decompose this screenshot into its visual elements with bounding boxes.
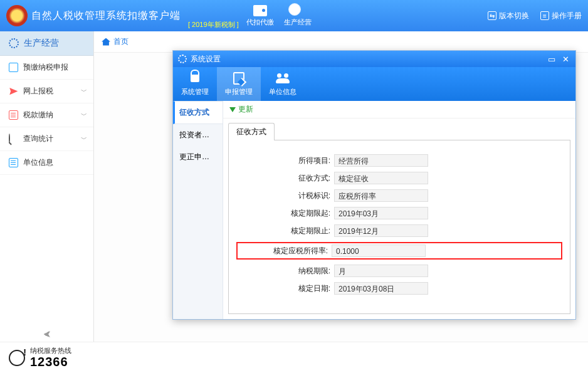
value-period-from: 2019年03月 — [334, 207, 428, 219]
business-button[interactable]: 生产经营 — [284, 5, 312, 27]
breadcrumb: 首页 — [94, 31, 588, 53]
dialog-toolbar: 更新 — [223, 101, 575, 118]
sidebar-item-online-tax[interactable]: 网上报税 ﹀ — [0, 80, 93, 103]
value-income-item: 经营所得 — [334, 154, 428, 167]
dialog-tab-bar: 系统管理 申报管理 单位信息 — [173, 67, 575, 101]
close-button[interactable]: ✕ — [560, 55, 570, 64]
app-logo-emblem — [6, 5, 28, 26]
sidebar-section-label: 生产经营 — [24, 38, 59, 49]
sidebar-item-label: 网上报税 — [23, 86, 53, 97]
label-tax-flag: 计税标识: — [240, 191, 334, 201]
label-levy-method: 征收方式: — [240, 173, 334, 184]
value-pay-period: 月 — [334, 265, 428, 277]
highlighted-row-assess-rate: 核定应税所得率: 0.1000 — [236, 242, 562, 260]
search-icon — [9, 134, 10, 144]
sidebar-item-label: 查询统计 — [23, 134, 53, 144]
system-settings-dialog: 系统设置 ▭ ✕ 系统管理 申报管理 单位信息 — [172, 50, 576, 320]
sidebar-item-label: 单位信息 — [23, 157, 53, 168]
side-item-investor[interactable]: 投资者信息 — [173, 124, 223, 146]
tab-system-management[interactable]: 系统管理 — [173, 67, 217, 101]
sidebar-item-unit-info[interactable]: 单位信息 — [0, 151, 93, 175]
inner-tab-levy-method[interactable]: 征收方式 — [228, 123, 275, 140]
paper-plane-icon — [9, 87, 18, 96]
form-edit-icon — [233, 72, 244, 85]
value-period-to: 2019年12月 — [334, 224, 428, 237]
app-header: 自然人税收管理系统扣缴客户端 [ 2019年新税制 ] 代扣代缴 生产经营 ⇆ … — [0, 0, 588, 31]
people-icon — [276, 73, 290, 83]
tab-unit-info[interactable]: 单位信息 — [261, 67, 305, 101]
hotline-number: 12366 — [30, 355, 71, 369]
sidebar-item-label: 税款缴纳 — [23, 110, 53, 120]
manual-link[interactable]: ≡ 操作手册 — [540, 11, 582, 21]
chevron-down-icon: ﹀ — [81, 111, 87, 120]
version-switch-link[interactable]: ⇆ 版本切换 — [488, 11, 529, 21]
tab-declaration-management[interactable]: 申报管理 — [217, 67, 261, 101]
value-assess-rate: 0.1000 — [332, 244, 426, 257]
chevron-down-icon: ﹀ — [81, 87, 87, 96]
breadcrumb-home[interactable]: 首页 — [113, 36, 129, 47]
tab-label: 申报管理 — [225, 87, 253, 97]
lock-icon — [191, 75, 199, 82]
gear-icon — [9, 38, 19, 48]
refresh-button[interactable]: 更新 — [238, 104, 253, 115]
tab-label: 系统管理 — [181, 87, 209, 97]
maximize-button[interactable]: ▭ — [547, 55, 557, 64]
document-icon — [9, 63, 18, 72]
version-switch-label: 版本切换 — [499, 11, 529, 21]
tab-label: 单位信息 — [269, 87, 297, 97]
home-icon — [102, 38, 110, 46]
swap-icon: ⇆ — [488, 11, 496, 20]
side-item-levy-method[interactable]: 征收方式 — [173, 101, 223, 124]
withholding-label: 代扣代缴 — [246, 18, 274, 27]
label-assess-rate: 核定应税所得率: — [238, 246, 332, 256]
sidebar: 生产经营 预缴纳税申报 网上报税 ﹀ 税款缴纳 ﹀ 查询统计 ﹀ 单位信息 ⮜ — [0, 31, 94, 342]
label-period-to: 核定期限止: — [240, 226, 334, 236]
content-area: 首页 系统设置 ▭ ✕ 系统管理 申报管理 — [94, 31, 588, 342]
detail-icon — [9, 158, 18, 167]
label-pay-period: 纳税期限: — [240, 266, 334, 276]
wallet-icon — [253, 5, 267, 16]
gear-icon — [178, 55, 187, 63]
sidebar-item-label: 预缴纳税申报 — [23, 62, 68, 73]
value-tax-flag: 应税所得率 — [334, 189, 428, 202]
sidebar-collapse-button[interactable]: ⮜ — [0, 328, 93, 342]
label-assess-date: 核定日期: — [240, 283, 334, 294]
app-title: 自然人税收管理系统扣缴客户端 — [31, 9, 181, 23]
footer: 纳税服务热线 12366 — [0, 342, 588, 373]
value-levy-method: 核定征收 — [334, 172, 428, 184]
value-assess-date: 2019年03月08日 — [334, 282, 428, 295]
dialog-side-nav: 征收方式 投资者信息 更正申报备份 — [173, 101, 223, 319]
year-badge: [ 2019年新税制 ] — [188, 20, 239, 29]
manual-label: 操作手册 — [552, 11, 582, 21]
side-item-correction[interactable]: 更正申报备份 — [173, 146, 223, 168]
hotline-label: 纳税服务热线 — [30, 347, 71, 354]
dialog-title: 系统设置 — [191, 54, 221, 65]
chevron-down-icon: ﹀ — [81, 135, 87, 144]
withholding-button[interactable]: 代扣代缴 — [246, 5, 274, 27]
label-income-item: 所得项目: — [240, 155, 334, 166]
label-period-from: 核定期限起: — [240, 208, 334, 219]
hotline-icon — [9, 350, 25, 366]
sidebar-section-title: 生产经营 — [0, 31, 93, 56]
dialog-titlebar[interactable]: 系统设置 ▭ ✕ — [173, 51, 575, 67]
sidebar-item-prepay[interactable]: 预缴纳税申报 — [0, 56, 93, 80]
refresh-icon — [229, 107, 236, 112]
list-icon — [9, 110, 18, 120]
sidebar-item-tax-payment[interactable]: 税款缴纳 ﹀ — [0, 103, 93, 127]
levy-method-panel: 所得项目: 经营所得 征收方式: 核定征收 计税标识: 应税所得率 核定期限 — [228, 140, 570, 314]
book-icon: ≡ — [540, 11, 549, 20]
sidebar-item-query[interactable]: 查询统计 ﹀ — [0, 127, 93, 151]
business-label: 生产经营 — [284, 18, 312, 27]
